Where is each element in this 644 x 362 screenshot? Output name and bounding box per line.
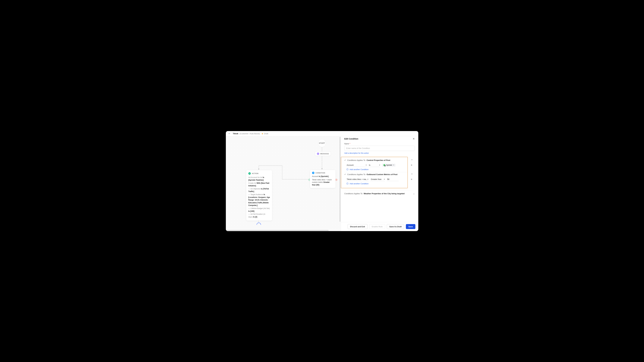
discard-button[interactable]: Discard and Exit xyxy=(348,224,368,229)
account-avatar-icon xyxy=(383,164,386,166)
chevron-up-icon[interactable]: ^ xyxy=(412,173,412,176)
edit-condition-panel: Edit Condition ✕ Name* Add a description… xyxy=(341,136,418,231)
no-branch-badge: N xyxy=(335,179,337,181)
canvas-vertical-scrollbar[interactable] xyxy=(340,137,340,222)
chevron-down-icon[interactable]: ⌄ xyxy=(413,192,415,195)
action-summary: Ad Account for Ad Is [Sprinklr PaidAds] … xyxy=(248,176,270,218)
back-icon[interactable]: ← xyxy=(228,132,231,135)
field-select[interactable]: Tiktok video likes + rea...▾ xyxy=(346,178,369,181)
section-header[interactable]: ✓ Conditions Applies To Outbound Custom … xyxy=(344,173,408,176)
section-header[interactable]: Conditions Applies To Weather Properties… xyxy=(344,190,413,195)
condition-icon: ➜ xyxy=(312,172,314,174)
plus-circle-icon: + xyxy=(346,183,348,185)
name-label: Name* xyxy=(344,143,415,145)
panel-footer: Discard and Exit Enable Rule Save As Dra… xyxy=(341,222,418,231)
top-bar: ← Tiktok (Customer / Auto Boost) Draft xyxy=(226,131,418,136)
highlighted-conditions: ✓ Conditions Applies To Control Properti… xyxy=(341,157,408,188)
add-condition-button[interactable]: + Add another Condition xyxy=(346,183,408,185)
check-icon: ✓ xyxy=(344,173,346,175)
condition-row: Account▾ Is▾ Sprinklr ✕ ✕ xyxy=(346,163,408,167)
condition-name-input[interactable] xyxy=(344,146,415,151)
enable-rule-button: Enable Rule xyxy=(369,224,385,229)
action-icon: ➜ xyxy=(248,172,251,175)
plus-circle-icon: + xyxy=(346,168,348,170)
section-header[interactable]: ✓ Conditions Applies To Control Properti… xyxy=(344,159,408,161)
save-draft-button[interactable]: Save As Draft xyxy=(387,224,404,229)
close-icon[interactable]: ✕ xyxy=(412,137,415,140)
canvas-horizontal-scrollbar[interactable] xyxy=(226,230,328,231)
remove-row-icon[interactable]: ✕ xyxy=(411,164,412,166)
condition-section-outbound-metrics: ✓ Conditions Applies To Outbound Custom … xyxy=(344,172,408,186)
status-badge: Draft xyxy=(262,132,268,135)
message-node[interactable]: − MESSAGE xyxy=(315,152,331,156)
operator-select[interactable]: Greater than▾ xyxy=(370,178,385,181)
chip-remove-icon[interactable]: ✕ xyxy=(393,164,394,166)
message-icon: − xyxy=(317,153,319,155)
condition-summary: Account Is [Sprinklr] Tiktok video likes… xyxy=(312,175,334,186)
app-window: ← Tiktok (Customer / Auto Boost) Draft xyxy=(226,131,418,231)
connector-junction-icon xyxy=(321,161,323,162)
breadcrumb-path: (Customer / Auto Boost) xyxy=(240,132,260,135)
breadcrumb-title: Tiktok xyxy=(233,132,238,135)
workflow-canvas[interactable]: START − MESSAGE Y N ➜ CONDITION Account … xyxy=(226,136,341,231)
add-description-link[interactable]: Add a description for this action xyxy=(344,152,369,154)
field-select[interactable]: Account▾ xyxy=(346,163,367,167)
condition-section-weather: Conditions Applies To Weather Properties… xyxy=(344,190,415,195)
value-input[interactable] xyxy=(387,178,398,181)
check-icon: ✓ xyxy=(344,159,346,161)
status-dot-icon xyxy=(262,133,263,134)
value-chip[interactable]: Sprinklr ✕ xyxy=(382,164,396,167)
panel-title: Edit Condition xyxy=(344,138,358,140)
operator-select[interactable]: Is▾ xyxy=(369,163,380,167)
remove-row-icon[interactable]: ✕ xyxy=(411,178,412,180)
action-node[interactable]: ➜ ACTION Ad Account for Ad Is [Sprinklr … xyxy=(246,170,272,221)
start-node[interactable]: START xyxy=(318,139,326,147)
save-button[interactable]: Save xyxy=(406,224,415,229)
condition-section-control-properties: ✓ Conditions Applies To Control Properti… xyxy=(344,158,408,172)
main-area: START − MESSAGE Y N ➜ CONDITION Account … xyxy=(226,136,418,231)
breadcrumb: Tiktok (Customer / Auto Boost) xyxy=(233,132,260,135)
add-condition-button[interactable]: + Add another Condition xyxy=(346,168,408,171)
chevron-up-icon[interactable]: ^ xyxy=(412,159,412,161)
condition-node[interactable]: ➜ CONDITION Account Is [Sprinklr] Tiktok… xyxy=(310,170,336,188)
end-node-icon xyxy=(256,223,261,225)
condition-row: Tiktok video likes + rea...▾ Greater tha… xyxy=(346,178,408,181)
